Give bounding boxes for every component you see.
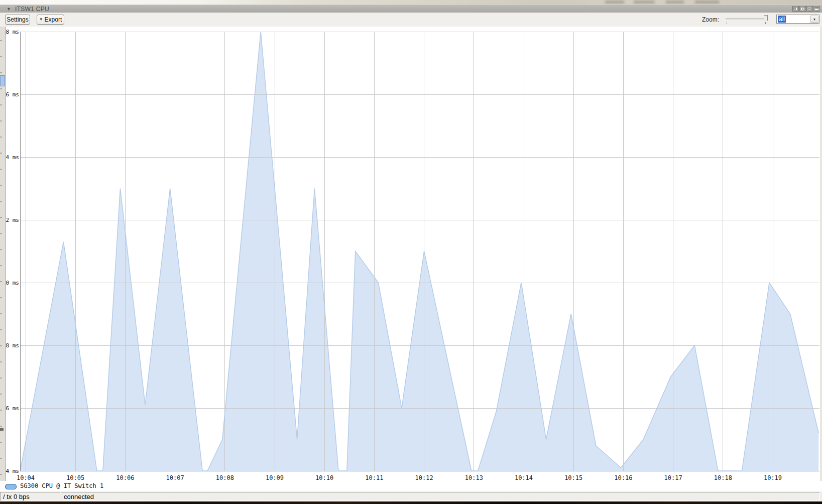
y-tick-label: 4 ms (6, 468, 20, 474)
x-tick-label: 10:17 (664, 474, 682, 481)
settings-button[interactable]: Settings (5, 15, 30, 25)
x-tick-label: 10:04 (17, 474, 35, 481)
layout-split-rows-button[interactable] (806, 6, 813, 12)
latency-area-chart[interactable]: 18 ms16 ms14 ms12 ms10 ms8 ms6 ms4 ms10:… (0, 0, 822, 504)
x-tick-label: 10:08 (216, 474, 234, 481)
pane-icon (814, 9, 819, 11)
zoom-slider-tick (765, 22, 766, 24)
pane-icon (803, 7, 805, 11)
x-tick-label: 10:06 (116, 474, 134, 481)
legend-swatch (5, 484, 17, 489)
background-panel-selection-fragment (0, 75, 5, 86)
background-blur-artifact (634, 1, 655, 4)
panel-title: ITSW1 CPU (15, 6, 49, 13)
settings-button-label: Settings (7, 16, 28, 23)
status-connection: connected (61, 492, 820, 501)
pane-icon (800, 7, 802, 11)
x-tick-label: 10:10 (315, 474, 333, 481)
zoom-range-combobox[interactable]: all ▼ (776, 15, 819, 24)
y-tick-label: 8 ms (6, 342, 20, 349)
zoom-slider[interactable] (726, 19, 768, 20)
area-series (20, 32, 818, 471)
x-tick-label: 10:07 (166, 474, 184, 481)
x-tick-label: 10:13 (465, 474, 483, 481)
status-bar: / tx 0 bps connected (0, 491, 822, 501)
background-panel-ticks (0, 25, 2, 491)
export-button-label: Export (45, 16, 62, 23)
x-tick-label: 10:18 (714, 474, 732, 481)
export-dropdown-icon: ▼ (39, 18, 43, 22)
layout-single-pane-button[interactable] (792, 6, 799, 12)
x-tick-label: 10:09 (266, 474, 284, 481)
background-blur-artifact (605, 1, 624, 4)
pane-icon (814, 7, 819, 8)
background-window-edge (0, 0, 822, 5)
x-tick-label: 10:14 (515, 474, 533, 481)
window-right-border (820, 13, 822, 501)
background-blur-artifact (695, 1, 719, 4)
pane-layout-buttons (792, 6, 820, 12)
export-button[interactable]: ▼ Export (37, 15, 64, 25)
background-panel-mark (0, 428, 4, 431)
status-traffic: / tx 0 bps (0, 492, 60, 501)
layout-split-columns-button[interactable] (799, 6, 806, 12)
combobox-dropdown-button[interactable]: ▼ (810, 16, 818, 23)
dude-chart-window: 18 ms16 ms14 ms12 ms10 ms8 ms6 ms4 ms10:… (0, 0, 822, 504)
desktop-background-sliver (0, 501, 822, 504)
chart-toolbar: Settings ▼ Export Zoom: all ▼ (0, 13, 822, 27)
y-tick-label: 6 ms (6, 405, 20, 412)
background-blur-artifact (666, 1, 684, 4)
pane-icon (793, 7, 795, 11)
collapse-panel-icon[interactable]: ▼ (7, 6, 11, 12)
chevron-down-icon: ▼ (813, 18, 816, 21)
zoom-slider-tick (727, 22, 727, 24)
pane-icon (807, 7, 812, 9)
x-tick-label: 10:12 (415, 474, 433, 481)
layout-rows-alt-button[interactable] (813, 6, 820, 12)
legend-series-label: SG300 CPU @ IT Switch 1 (20, 482, 103, 489)
chart-legend: SG300 CPU @ IT Switch 1 (0, 481, 822, 491)
x-tick-label: 10:05 (66, 474, 84, 481)
x-tick-label: 10:19 (764, 474, 782, 481)
x-tick-label: 10:16 (614, 474, 632, 481)
zoom-slider-thumb[interactable] (764, 15, 768, 23)
background-panel-edge (0, 25, 6, 491)
x-tick-label: 10:11 (365, 474, 383, 481)
zoom-label: Zoom: (702, 16, 719, 23)
zoom-range-selected-value: all (778, 16, 786, 23)
x-tick-label: 10:15 (564, 474, 582, 481)
pane-icon (807, 9, 812, 11)
panel-titlebar[interactable]: ▼ ITSW1 CPU (0, 5, 822, 13)
pane-icon (795, 7, 798, 11)
